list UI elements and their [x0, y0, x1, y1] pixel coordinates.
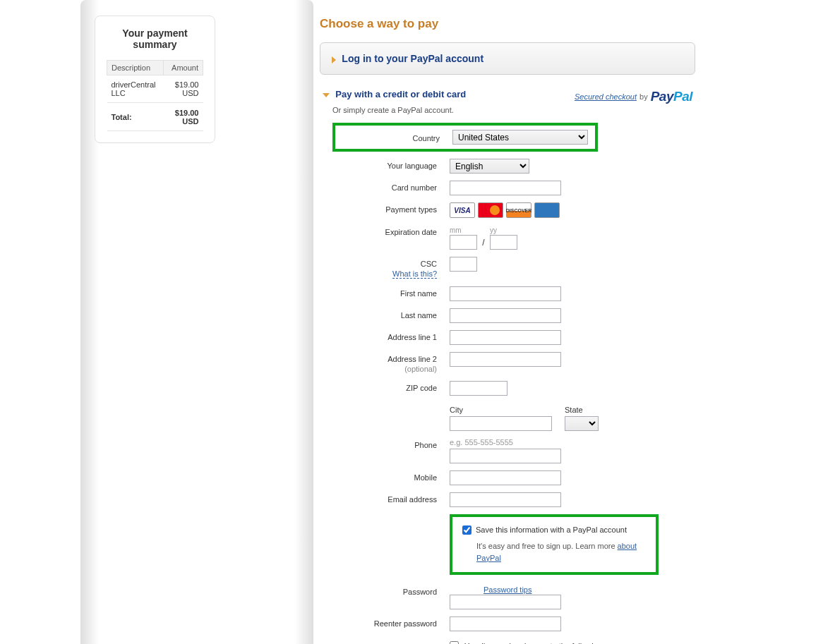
email-label: Email address: [323, 492, 450, 504]
save-info-checkbox[interactable]: [462, 525, 471, 535]
login-panel[interactable]: Log in to your PayPal account: [320, 42, 695, 75]
visa-icon: VISA: [450, 202, 475, 218]
mobile-label: Mobile: [323, 470, 450, 482]
firstname-label: First name: [323, 286, 450, 298]
summary-title: Your payment summary: [107, 28, 203, 50]
password-input[interactable]: [450, 595, 561, 609]
mobile-input[interactable]: [450, 470, 561, 485]
col-amount: Amount: [164, 61, 203, 75]
paymenttypes-label: Payment types: [323, 202, 450, 214]
secured-checkout-link[interactable]: Secured checkout: [575, 92, 637, 101]
agree-checkbox[interactable]: [450, 641, 459, 644]
language-label: Your language: [323, 159, 450, 171]
country-highlight: Country United States: [332, 123, 598, 152]
addr2-input[interactable]: [450, 352, 561, 367]
card-icons: VISA DISCOVER: [450, 202, 692, 218]
state-select[interactable]: [565, 416, 599, 431]
exp-yy-input[interactable]: [490, 235, 517, 250]
country-select[interactable]: United States: [452, 130, 588, 145]
addr2-label: Address line 2: [388, 355, 437, 363]
csc-input[interactable]: [450, 257, 477, 272]
state-label: State: [565, 406, 599, 414]
addr1-input[interactable]: [450, 330, 561, 345]
csc-help-link[interactable]: What is this?: [392, 269, 437, 279]
csc-label: CSC: [421, 260, 437, 268]
col-description: Description: [107, 61, 164, 75]
firstname-input[interactable]: [450, 286, 561, 301]
email-input[interactable]: [450, 492, 561, 507]
addr2-optional: (optional): [404, 365, 437, 373]
city-label: City: [450, 406, 552, 414]
addr1-label: Address line 1: [323, 330, 450, 342]
summary-total: Total: $19.00 USD: [107, 103, 203, 131]
save-info-label[interactable]: Save this information with a PayPal acco…: [462, 525, 646, 535]
phone-input[interactable]: [450, 449, 561, 463]
amex-icon: [534, 202, 560, 218]
mastercard-icon: [478, 202, 503, 218]
secured-checkout: Secured checkout by PayPal: [575, 89, 692, 104]
cardnumber-label: Card number: [323, 181, 450, 193]
chevron-down-icon: [323, 93, 330, 97]
save-info-highlight: Save this information with a PayPal acco…: [450, 514, 659, 575]
card-section-sub: Or simply create a PayPal account.: [323, 106, 692, 114]
language-select[interactable]: English: [450, 159, 529, 174]
paypal-logo: PayPal: [651, 89, 692, 104]
country-label: Country: [335, 131, 452, 143]
summary-row: driverCentral LLC $19.00 USD: [107, 75, 203, 103]
lastname-input[interactable]: [450, 308, 561, 323]
phone-hint: e.g. 555-555-5555: [450, 438, 692, 446]
lastname-label: Last name: [323, 308, 450, 320]
zip-label: ZIP code: [323, 381, 450, 393]
city-input[interactable]: [450, 416, 552, 431]
expiration-label: Expiration date: [323, 225, 450, 237]
chevron-right-icon: [332, 56, 336, 63]
summary-table: Description Amount driverCentral LLC $19…: [107, 60, 203, 131]
zip-input[interactable]: [450, 381, 507, 396]
password-tips-link[interactable]: Password tips: [483, 585, 531, 594]
password-label: Password: [323, 585, 450, 597]
login-panel-title: Log in to your PayPal account: [342, 53, 483, 64]
cardnumber-input[interactable]: [450, 181, 561, 195]
card-section-title: Pay with a credit or debit card: [335, 89, 466, 99]
exp-mm-input[interactable]: [450, 235, 477, 250]
reenter-password-input[interactable]: [450, 616, 561, 631]
reenter-password-label: Reenter password: [323, 616, 450, 628]
page-heading: Choose a way to pay: [320, 17, 695, 31]
phone-label: Phone: [323, 438, 450, 450]
payment-summary: Your payment summary Description Amount …: [95, 16, 215, 143]
discover-icon: DISCOVER: [506, 202, 531, 218]
save-info-sub: It's easy and free to sign up. Learn mor…: [476, 540, 646, 564]
